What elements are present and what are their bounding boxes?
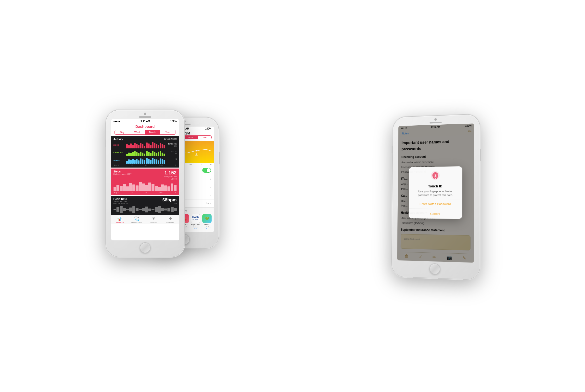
dialog-message: Use your fingerprint or Notes password t… — [412, 190, 458, 197]
chevron-icon: › — [210, 178, 211, 180]
heart-value: 160 — [162, 202, 176, 205]
seg-year[interactable]: Year — [160, 130, 175, 134]
app-item-mayo[interactable]: MAYO CLINIC Mayo Clinic Medical Get — [191, 214, 200, 232]
steps-title: Steps — [113, 170, 132, 173]
tab-label-health: Health Data — [131, 222, 142, 224]
app-action-ihealth[interactable]: Get — [206, 228, 208, 230]
svg-point-1 — [195, 150, 197, 152]
exercise-stat: 3/12 hr30 — [167, 150, 177, 155]
tab-dashboard[interactable]: 📊 Dashboard — [111, 216, 128, 224]
phone-bottom — [429, 261, 440, 278]
steps-date-labels: Aug 12 19 26 Sep 2 9 — [113, 192, 177, 194]
steps-section: Steps Daily Average: 8,757 1,152 Today, … — [111, 168, 179, 195]
steps-subtitle: Daily Average: 8,757 — [113, 173, 132, 175]
side-button-right — [480, 149, 481, 161]
medical-id-icon: ✚ — [169, 216, 172, 221]
status-time: 9:41 AM — [140, 120, 150, 123]
exercise-row: EXERCISE — [113, 149, 177, 156]
heart-min-max: Min: 53, Max: 130 — [113, 202, 129, 205]
unit-value: lbs › — [206, 202, 211, 205]
phone-bottom — [140, 240, 150, 256]
tab-label-medical: Medical ID — [166, 222, 175, 224]
steps-count: 1,152 — [163, 170, 177, 176]
right-phone-group: ●●●●● 9:41 AM 100% ‹ Notes ✏ Important u… — [392, 114, 480, 280]
heart-wave-chart — [113, 206, 177, 213]
phone-health: ●●●●● 9:41 AM 100% Dashboard Day Week Mo… — [106, 110, 184, 256]
app-item-ihealth[interactable]: 💚 iHealth Health My... Get — [202, 214, 212, 232]
left-phone-group: ●●●●● 9:41 AM 100% Dashboard Weight Day … — [106, 110, 219, 282]
steps-goal: 10,500 — [163, 178, 177, 180]
seg-week[interactable]: Week — [130, 130, 145, 134]
app-action-mayo[interactable]: Get — [194, 228, 197, 230]
activity-date-labels: Aug 12 19 26 Sep 2 9 — [113, 164, 177, 166]
stand-chart — [126, 157, 165, 164]
tab-label-sources: Sources — [150, 221, 157, 224]
seg-month[interactable]: Month — [145, 130, 160, 134]
dashboard-icon: 📊 — [117, 216, 122, 221]
status-bar: ●●●●● 9:41 AM 100% — [111, 119, 179, 124]
tab-label-dashboard: Dashboard — [115, 222, 124, 224]
notes-screen: ●●●●● 9:41 AM 100% ‹ Notes ✏ Important u… — [397, 124, 474, 263]
tab-health-data[interactable]: 🩺 Health Data — [128, 216, 145, 224]
app-name-mayo: Mayo Clinic — [191, 224, 200, 226]
heart-title: Heart Rate — [113, 198, 129, 200]
heart-bpm: 68bpm — [162, 198, 176, 202]
svg-text:💚: 💚 — [205, 216, 209, 221]
cancel-button[interactable]: Cancel — [409, 208, 462, 219]
battery: 100% — [170, 120, 177, 123]
dialog-actions: Enter Notes Password Cancel — [409, 199, 462, 219]
side-button-left — [392, 146, 393, 153]
app-icon-mayo: MAYO CLINIC — [191, 214, 200, 223]
sources-icon: ♥ — [152, 216, 155, 221]
app-sub-ihealth: Health My... — [203, 226, 211, 228]
move-chart — [126, 142, 165, 148]
side-button-right — [219, 152, 220, 164]
segment-control: Day Week Month Year — [114, 130, 176, 135]
home-button[interactable] — [140, 242, 150, 253]
seg-year[interactable]: Year — [198, 136, 211, 139]
phone-notes: ●●●●● 9:41 AM 100% ‹ Notes ✏ Important u… — [392, 114, 480, 280]
steps-time: Today, 9:41 AM — [163, 176, 177, 178]
home-button[interactable] — [429, 263, 440, 274]
health-dashboard-screen: ●●●●● 9:41 AM 100% Dashboard Day Week Mo… — [111, 119, 179, 240]
activity-kcal: 134/320 kcal — [164, 138, 177, 140]
tab-bar-health: 📊 Dashboard 🩺 Health Data ♥ Sources — [111, 215, 179, 224]
speaker — [139, 116, 151, 118]
seg-month[interactable]: Month — [184, 136, 198, 139]
seg-day[interactable]: Day — [115, 130, 130, 134]
phone-top — [106, 110, 184, 119]
app-name-ihealth: iHealth — [204, 224, 210, 226]
side-button-left — [105, 140, 106, 147]
front-camera — [144, 112, 146, 115]
stand-stat: 9 — [167, 158, 177, 162]
chevron-icon: › — [210, 194, 211, 197]
dialog-overlay: Touch ID Use your fingerprint or Notes p… — [397, 124, 474, 263]
fingerprint-svg — [430, 170, 440, 180]
heart-rate-section: Heart Rate Today, 9:41 AM Min: 53, Max: … — [111, 196, 179, 215]
move-label: MOVE — [113, 144, 124, 146]
signal: ●●●●● — [113, 120, 120, 123]
enter-password-button[interactable]: Enter Notes Password — [409, 199, 462, 209]
touch-id-dialog: Touch ID Use your fingerprint or Notes p… — [409, 166, 462, 219]
phone-1-wrapper: ●●●●● 9:41 AM 100% Dashboard Day Week Mo… — [106, 110, 184, 256]
scene: ●●●●● 9:41 AM 100% Dashboard Weight Day … — [0, 0, 585, 392]
fingerprint-icon — [413, 170, 458, 182]
exercise-chart — [126, 149, 165, 156]
app-icon-ihealth: 💚 — [202, 214, 212, 223]
heart-time: Today, 9:41 AM — [113, 200, 129, 202]
move-row: MOVE — [113, 142, 177, 148]
front-camera — [434, 118, 437, 120]
dialog-body: Touch ID Use your fingerprint or Notes p… — [409, 166, 462, 199]
steps-chart — [113, 181, 177, 191]
svg-point-8 — [431, 171, 440, 180]
app-sub-mayo: Medical — [193, 226, 198, 228]
speaker — [429, 122, 441, 124]
tab-sources[interactable]: ♥ Sources — [145, 216, 162, 224]
health-nav-title: Dashboard — [111, 124, 179, 130]
activity-title: Activity — [113, 138, 123, 140]
toggle-dashboard[interactable] — [202, 168, 211, 173]
chevron-icon: › — [210, 186, 211, 189]
health-data-icon: 🩺 — [134, 216, 139, 221]
battery-status: 100% — [205, 127, 212, 130]
tab-medical-id[interactable]: ✚ Medical ID — [162, 216, 179, 224]
